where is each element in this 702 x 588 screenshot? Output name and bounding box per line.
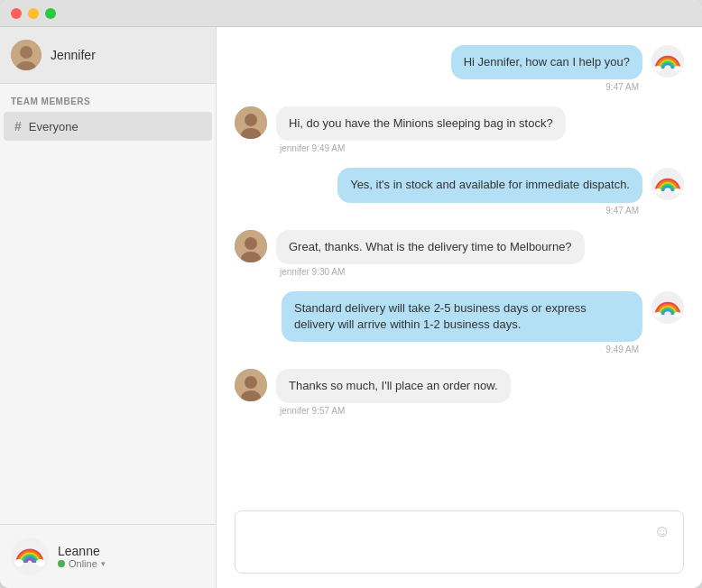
message-input[interactable] xyxy=(248,536,654,549)
message-timestamp: 9:47 AM xyxy=(602,206,642,216)
svg-point-13 xyxy=(654,188,661,194)
svg-point-22 xyxy=(245,376,257,389)
maximize-button[interactable] xyxy=(45,8,56,19)
close-button[interactable] xyxy=(11,8,22,19)
minimize-button[interactable] xyxy=(28,8,39,19)
emoji-button[interactable]: ☺ xyxy=(654,520,670,541)
message-bubble: Standard delivery will take 2-5 business… xyxy=(282,291,642,342)
message-text: Hi Jennifer, how can I help you? xyxy=(464,55,630,69)
sidebar-footer: Leanne Online ▾ xyxy=(0,524,216,588)
message-timestamp: 9:49 AM xyxy=(602,345,642,354)
leanne-name: Leanne xyxy=(58,544,106,558)
message-input-box[interactable]: ☺ xyxy=(235,510,684,574)
svg-point-16 xyxy=(245,237,257,250)
message-bubble-wrapper: Yes, it's in stock and available for imm… xyxy=(337,168,642,215)
sidebar-header: Jennifer xyxy=(0,27,216,84)
team-members-label: TEAM MEMBERS xyxy=(0,84,216,112)
svg-point-8 xyxy=(674,66,681,71)
app-body: Jennifer TEAM MEMBERS # Everyone xyxy=(0,27,702,588)
sidebar-user-name: Jennifer xyxy=(51,48,96,62)
svg-point-19 xyxy=(654,312,661,317)
message-bubble: Thanks so much, I'll place an order now. xyxy=(276,369,511,403)
leanne-user-info: Leanne Online ▾ xyxy=(58,544,106,569)
jennifer-avatar xyxy=(11,40,42,70)
sidebar: Jennifer TEAM MEMBERS # Everyone xyxy=(0,27,217,588)
svg-point-20 xyxy=(674,312,681,317)
outgoing-avatar xyxy=(651,168,684,200)
status-online-dot xyxy=(58,560,65,567)
message-row: Yes, it's in stock and available for imm… xyxy=(235,168,684,215)
jennifer-msg-avatar xyxy=(235,106,267,139)
outgoing-avatar xyxy=(651,45,684,78)
channel-hash-icon: # xyxy=(14,119,22,133)
message-row: Standard delivery will take 2-5 business… xyxy=(235,291,684,354)
svg-point-7 xyxy=(654,66,661,71)
messages-list: Hi Jennifer, how can I help you? 9:47 AM xyxy=(217,27,702,501)
svg-point-1 xyxy=(20,46,32,59)
message-timestamp: 9:47 AM xyxy=(602,82,642,92)
message-row: Great, thanks. What is the delivery time… xyxy=(235,230,684,277)
svg-point-14 xyxy=(674,188,681,194)
message-row: Hi, do you have the Minions sleeping bag… xyxy=(235,106,684,153)
message-bubble-wrapper: Thanks so much, I'll place an order now.… xyxy=(276,369,511,416)
app-window: Jennifer TEAM MEMBERS # Everyone xyxy=(0,0,702,588)
titlebar xyxy=(0,0,702,27)
message-text: Yes, it's in stock and available for imm… xyxy=(350,178,630,191)
message-bubble: Yes, it's in stock and available for imm… xyxy=(337,168,642,202)
sender-name: jennifer 9:49 AM xyxy=(276,143,566,153)
sender-name: jennifer 9:57 AM xyxy=(276,406,511,416)
message-row: Thanks so much, I'll place an order now.… xyxy=(235,369,684,416)
message-bubble-wrapper: Hi Jennifer, how can I help you? 9:47 AM xyxy=(451,45,642,92)
outgoing-avatar xyxy=(651,291,684,324)
leanne-status[interactable]: Online ▾ xyxy=(58,558,106,569)
message-text: Standard delivery will take 2-5 business… xyxy=(294,301,587,331)
chevron-down-icon: ▾ xyxy=(101,559,106,568)
message-bubble-wrapper: Standard delivery will take 2-5 business… xyxy=(282,291,642,354)
input-area: ☺ xyxy=(217,501,702,588)
jennifer-msg-avatar xyxy=(235,369,267,401)
message-bubble-wrapper: Hi, do you have the Minions sleeping bag… xyxy=(276,106,566,153)
svg-point-5 xyxy=(36,559,45,566)
sender-name: jennifer 9:30 AM xyxy=(276,267,585,277)
status-text: Online xyxy=(69,558,97,569)
jennifer-msg-avatar xyxy=(235,230,267,262)
message-text: Great, thanks. What is the delivery time… xyxy=(289,240,572,253)
svg-point-4 xyxy=(14,559,23,566)
message-bubble: Great, thanks. What is the delivery time… xyxy=(276,230,585,264)
chat-area: Hi Jennifer, how can I help you? 9:47 AM xyxy=(217,27,702,588)
message-text: Thanks so much, I'll place an order now. xyxy=(289,379,498,392)
channel-name: Everyone xyxy=(29,120,79,133)
message-text: Hi, do you have the Minions sleeping bag… xyxy=(289,116,553,130)
leanne-avatar xyxy=(11,537,49,575)
message-bubble: Hi, do you have the Minions sleeping bag… xyxy=(276,106,566,141)
message-bubble: Hi Jennifer, how can I help you? xyxy=(451,45,642,79)
message-row: Hi Jennifer, how can I help you? 9:47 AM xyxy=(235,45,684,92)
message-bubble-wrapper: Great, thanks. What is the delivery time… xyxy=(276,230,585,277)
channel-everyone[interactable]: # Everyone xyxy=(4,112,212,141)
svg-point-10 xyxy=(245,114,257,126)
